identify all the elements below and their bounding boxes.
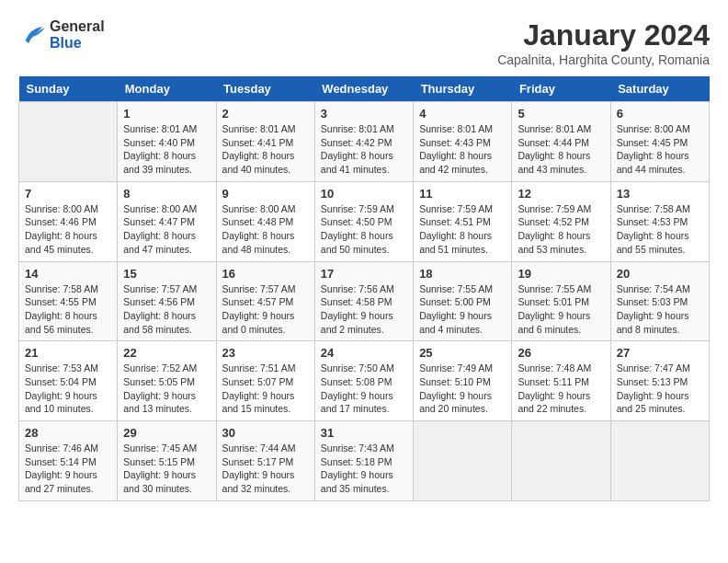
day-number: 2 bbox=[222, 107, 309, 121]
day-info: Sunrise: 8:01 AM Sunset: 4:42 PM Dayligh… bbox=[321, 122, 407, 177]
day-of-week-header: Thursday bbox=[414, 76, 512, 102]
calendar-week-row: 7Sunrise: 8:00 AM Sunset: 4:46 PM Daylig… bbox=[19, 181, 710, 261]
logo-icon bbox=[18, 21, 46, 49]
day-info: Sunrise: 7:55 AM Sunset: 5:00 PM Dayligh… bbox=[419, 282, 506, 337]
calendar-day-cell: 2Sunrise: 8:01 AM Sunset: 4:41 PM Daylig… bbox=[216, 102, 314, 182]
calendar-day-cell: 17Sunrise: 7:56 AM Sunset: 4:58 PM Dayli… bbox=[314, 261, 413, 341]
calendar-day-cell bbox=[610, 421, 709, 501]
day-number: 15 bbox=[123, 267, 210, 281]
day-info: Sunrise: 8:00 AM Sunset: 4:45 PM Dayligh… bbox=[617, 122, 703, 177]
calendar-day-cell: 1Sunrise: 8:01 AM Sunset: 4:40 PM Daylig… bbox=[118, 102, 216, 182]
title-block: January 2024 Capalnita, Harghita County,… bbox=[497, 18, 710, 67]
day-number: 9 bbox=[222, 187, 309, 201]
logo: General Blue bbox=[18, 18, 105, 52]
day-number: 18 bbox=[419, 267, 506, 281]
day-number: 20 bbox=[617, 267, 703, 281]
day-info: Sunrise: 8:00 AM Sunset: 4:46 PM Dayligh… bbox=[25, 202, 111, 257]
calendar-day-cell: 3Sunrise: 8:01 AM Sunset: 4:42 PM Daylig… bbox=[314, 102, 413, 182]
day-number: 19 bbox=[518, 267, 604, 281]
day-of-week-header: Sunday bbox=[19, 76, 118, 102]
day-info: Sunrise: 7:44 AM Sunset: 5:17 PM Dayligh… bbox=[222, 442, 309, 496]
day-number: 26 bbox=[518, 346, 604, 360]
day-number: 4 bbox=[419, 107, 506, 121]
day-info: Sunrise: 7:58 AM Sunset: 4:53 PM Dayligh… bbox=[617, 202, 703, 257]
day-number: 11 bbox=[419, 187, 506, 201]
day-number: 3 bbox=[321, 107, 407, 121]
day-number: 16 bbox=[222, 267, 309, 281]
page-header: General Blue January 2024 Capalnita, Har… bbox=[18, 18, 710, 67]
day-info: Sunrise: 7:57 AM Sunset: 4:56 PM Dayligh… bbox=[123, 282, 210, 337]
day-of-week-header: Tuesday bbox=[216, 76, 314, 102]
calendar-day-cell: 25Sunrise: 7:49 AM Sunset: 5:10 PM Dayli… bbox=[414, 341, 512, 421]
calendar-day-cell: 31Sunrise: 7:43 AM Sunset: 5:18 PM Dayli… bbox=[314, 421, 413, 501]
calendar-day-cell: 6Sunrise: 8:00 AM Sunset: 4:45 PM Daylig… bbox=[610, 102, 709, 182]
calendar-day-cell: 11Sunrise: 7:59 AM Sunset: 4:51 PM Dayli… bbox=[414, 181, 512, 261]
calendar-week-row: 1Sunrise: 8:01 AM Sunset: 4:40 PM Daylig… bbox=[19, 102, 710, 182]
day-number: 31 bbox=[321, 426, 407, 440]
day-info: Sunrise: 8:01 AM Sunset: 4:40 PM Dayligh… bbox=[123, 122, 210, 177]
calendar-day-cell: 7Sunrise: 8:00 AM Sunset: 4:46 PM Daylig… bbox=[19, 181, 118, 261]
day-info: Sunrise: 7:59 AM Sunset: 4:51 PM Dayligh… bbox=[419, 202, 506, 257]
calendar-day-cell: 29Sunrise: 7:45 AM Sunset: 5:15 PM Dayli… bbox=[118, 421, 216, 501]
day-info: Sunrise: 7:58 AM Sunset: 4:55 PM Dayligh… bbox=[25, 282, 111, 337]
day-info: Sunrise: 7:59 AM Sunset: 4:52 PM Dayligh… bbox=[518, 202, 604, 257]
day-number: 28 bbox=[25, 426, 111, 440]
calendar-week-row: 28Sunrise: 7:46 AM Sunset: 5:14 PM Dayli… bbox=[19, 421, 710, 501]
day-of-week-header: Monday bbox=[118, 76, 216, 102]
day-number: 13 bbox=[617, 187, 703, 201]
day-info: Sunrise: 7:47 AM Sunset: 5:13 PM Dayligh… bbox=[617, 362, 703, 416]
day-info: Sunrise: 8:01 AM Sunset: 4:41 PM Dayligh… bbox=[222, 122, 309, 177]
calendar-day-cell: 18Sunrise: 7:55 AM Sunset: 5:00 PM Dayli… bbox=[414, 261, 512, 341]
day-info: Sunrise: 7:45 AM Sunset: 5:15 PM Dayligh… bbox=[123, 442, 210, 496]
day-info: Sunrise: 8:00 AM Sunset: 4:48 PM Dayligh… bbox=[222, 202, 309, 257]
day-number: 21 bbox=[25, 346, 111, 360]
day-number: 22 bbox=[123, 346, 210, 360]
day-number: 29 bbox=[123, 426, 210, 440]
calendar-day-cell: 5Sunrise: 8:01 AM Sunset: 4:44 PM Daylig… bbox=[512, 102, 610, 182]
calendar-day-cell: 10Sunrise: 7:59 AM Sunset: 4:50 PM Dayli… bbox=[314, 181, 413, 261]
day-number: 23 bbox=[222, 346, 309, 360]
day-info: Sunrise: 7:49 AM Sunset: 5:10 PM Dayligh… bbox=[419, 362, 506, 416]
calendar-day-cell bbox=[512, 421, 610, 501]
logo-text: General Blue bbox=[50, 18, 105, 52]
calendar-day-cell: 27Sunrise: 7:47 AM Sunset: 5:13 PM Dayli… bbox=[610, 341, 709, 421]
calendar-day-cell: 9Sunrise: 8:00 AM Sunset: 4:48 PM Daylig… bbox=[216, 181, 314, 261]
calendar-day-cell: 4Sunrise: 8:01 AM Sunset: 4:43 PM Daylig… bbox=[414, 102, 512, 182]
day-info: Sunrise: 7:43 AM Sunset: 5:18 PM Dayligh… bbox=[321, 442, 407, 496]
calendar-day-cell: 28Sunrise: 7:46 AM Sunset: 5:14 PM Dayli… bbox=[19, 421, 118, 501]
calendar-day-cell: 24Sunrise: 7:50 AM Sunset: 5:08 PM Dayli… bbox=[314, 341, 413, 421]
calendar-day-cell: 14Sunrise: 7:58 AM Sunset: 4:55 PM Dayli… bbox=[19, 261, 118, 341]
calendar-day-cell bbox=[414, 421, 512, 501]
day-number: 6 bbox=[617, 107, 703, 121]
calendar-table: SundayMondayTuesdayWednesdayThursdayFrid… bbox=[18, 76, 710, 501]
calendar-day-cell: 13Sunrise: 7:58 AM Sunset: 4:53 PM Dayli… bbox=[610, 181, 709, 261]
day-number: 24 bbox=[321, 346, 407, 360]
day-info: Sunrise: 8:00 AM Sunset: 4:47 PM Dayligh… bbox=[123, 202, 210, 257]
day-number: 7 bbox=[25, 187, 111, 201]
calendar-day-cell bbox=[19, 102, 118, 182]
calendar-day-cell: 30Sunrise: 7:44 AM Sunset: 5:17 PM Dayli… bbox=[216, 421, 314, 501]
month-title: January 2024 bbox=[497, 18, 710, 52]
day-number: 14 bbox=[25, 267, 111, 281]
day-info: Sunrise: 8:01 AM Sunset: 4:43 PM Dayligh… bbox=[419, 122, 506, 177]
day-number: 12 bbox=[518, 187, 604, 201]
calendar-week-row: 21Sunrise: 7:53 AM Sunset: 5:04 PM Dayli… bbox=[19, 341, 710, 421]
calendar-header-row: SundayMondayTuesdayWednesdayThursdayFrid… bbox=[19, 76, 710, 102]
calendar-day-cell: 20Sunrise: 7:54 AM Sunset: 5:03 PM Dayli… bbox=[610, 261, 709, 341]
day-info: Sunrise: 7:54 AM Sunset: 5:03 PM Dayligh… bbox=[617, 282, 703, 337]
day-info: Sunrise: 7:59 AM Sunset: 4:50 PM Dayligh… bbox=[321, 202, 407, 257]
day-number: 5 bbox=[518, 107, 604, 121]
day-number: 8 bbox=[123, 187, 210, 201]
calendar-week-row: 14Sunrise: 7:58 AM Sunset: 4:55 PM Dayli… bbox=[19, 261, 710, 341]
day-number: 1 bbox=[123, 107, 210, 121]
day-info: Sunrise: 7:46 AM Sunset: 5:14 PM Dayligh… bbox=[25, 442, 111, 496]
day-number: 10 bbox=[321, 187, 407, 201]
location-subtitle: Capalnita, Harghita County, Romania bbox=[497, 52, 710, 67]
day-number: 30 bbox=[222, 426, 309, 440]
calendar-day-cell: 26Sunrise: 7:48 AM Sunset: 5:11 PM Dayli… bbox=[512, 341, 610, 421]
day-info: Sunrise: 7:53 AM Sunset: 5:04 PM Dayligh… bbox=[25, 362, 111, 416]
calendar-day-cell: 8Sunrise: 8:00 AM Sunset: 4:47 PM Daylig… bbox=[118, 181, 216, 261]
calendar-day-cell: 12Sunrise: 7:59 AM Sunset: 4:52 PM Dayli… bbox=[512, 181, 610, 261]
calendar-day-cell: 21Sunrise: 7:53 AM Sunset: 5:04 PM Dayli… bbox=[19, 341, 118, 421]
day-info: Sunrise: 7:56 AM Sunset: 4:58 PM Dayligh… bbox=[321, 282, 407, 337]
